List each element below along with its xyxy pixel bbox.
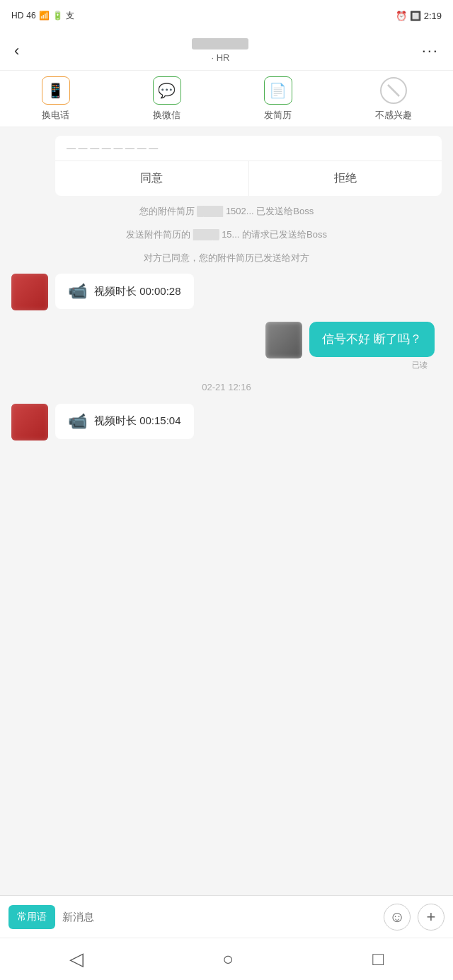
phone-icon: 📱 — [42, 76, 70, 105]
action-phone-label: 换电话 — [42, 109, 69, 122]
status-bar: HD 46 📶 🔋 支 ⏰ 🔲 2:19 — [0, 0, 453, 31]
sys-msg-3: 对方已同意，您的附件简历已发送给对方 — [40, 251, 413, 266]
video-msg-2-row: 📹 视频时长 00:15:04 — [11, 404, 442, 441]
action-wechat-label: 换微信 — [153, 109, 180, 122]
video-bubble-2[interactable]: 📹 视频时长 00:15:04 — [55, 404, 194, 439]
agree-card-actions: 同意 拒绝 — [55, 161, 442, 196]
input-bar: 常用语 ☺ + — [0, 895, 453, 938]
user-avatar — [265, 322, 302, 358]
time-display: 2:19 — [424, 11, 442, 21]
emoji-button[interactable]: ☺ — [384, 904, 411, 931]
video-bubble-2-wrap: 📹 视频时长 00:15:04 — [55, 404, 194, 439]
bottom-nav: ◁ ○ □ — [0, 938, 453, 980]
signal-icon: HD — [11, 11, 23, 21]
user-chat-bubble[interactable]: 信号不好 断了吗？ — [309, 322, 435, 357]
nav-bar: ‹ · HR ··· — [0, 31, 453, 71]
battery-icon: 🔲 — [410, 11, 421, 21]
status-left: HD 46 📶 🔋 支 — [11, 10, 74, 22]
wechat-icon: 💬 — [153, 76, 181, 105]
message-input[interactable] — [62, 911, 377, 923]
resume-icon: 📄 — [264, 76, 292, 105]
phrase-button[interactable]: 常用语 — [8, 905, 55, 929]
action-phone[interactable]: 📱 换电话 — [42, 76, 70, 122]
action-notinterested-label: 不感兴趣 — [375, 109, 412, 122]
reject-button[interactable]: 拒绝 — [249, 161, 442, 196]
action-wechat[interactable]: 💬 换微信 — [153, 76, 181, 122]
video-camera-icon-1: 📹 — [68, 282, 87, 301]
agree-reject-card: — — — — — — — — 同意 拒绝 — [55, 136, 442, 196]
chat-area: — — — — — — — — 同意 拒绝 您的附件简历 ████ 1502..… — [0, 127, 453, 764]
video-bubble-1-wrap: 📹 视频时长 00:00:28 — [55, 274, 194, 309]
nav-home-button[interactable]: ○ — [222, 948, 234, 970]
contact-subtitle: · HR — [211, 52, 229, 63]
nav-recent-button[interactable]: □ — [372, 948, 384, 970]
video-bubble-1[interactable]: 📹 视频时长 00:00:28 — [55, 274, 194, 309]
read-label: 已读 — [309, 360, 428, 371]
video-camera-icon-2: 📹 — [68, 412, 87, 431]
pay-icon: 支 — [66, 10, 74, 22]
action-resume[interactable]: 📄 发简历 — [264, 76, 292, 122]
agree-card-description: — — — — — — — — — [67, 143, 158, 153]
notinterested-icon — [379, 76, 408, 105]
action-resume-label: 发简历 — [264, 109, 292, 122]
timestamp: 02-21 12:16 — [11, 382, 442, 392]
agree-button[interactable]: 同意 — [55, 161, 249, 196]
contact-avatar-2 — [11, 404, 48, 441]
wallet-icon: 🔋 — [52, 11, 63, 21]
network-icon: 📶 — [39, 11, 50, 21]
video-duration-1: 视频时长 00:00:28 — [94, 285, 181, 298]
contact-avatar-1 — [11, 274, 48, 310]
user-bubble-wrap: 信号不好 断了吗？ 已读 — [309, 322, 435, 371]
video-msg-1-row: 📹 视频时长 00:00:28 — [11, 274, 442, 310]
video-duration-2: 视频时长 00:15:04 — [94, 414, 181, 428]
more-button[interactable]: ··· — [422, 42, 439, 60]
sys-msg-2: 发送附件简历的 ████ 15... 的请求已发送给Boss — [40, 228, 413, 243]
sys-msg-1: 您的附件简历 ████ 1502... 已发送给Boss — [40, 204, 413, 219]
back-button[interactable]: ‹ — [14, 42, 19, 60]
nav-center: · HR — [192, 38, 248, 63]
contact-name-blurred — [192, 38, 248, 49]
plus-button[interactable]: + — [418, 904, 445, 931]
nav-back-button[interactable]: ◁ — [69, 948, 84, 970]
status-right: ⏰ 🔲 2:19 — [396, 11, 442, 21]
agree-card-text: — — — — — — — — — [55, 136, 442, 161]
user-msg-row: 信号不好 断了吗？ 已读 — [11, 322, 442, 371]
svg-line-1 — [388, 85, 399, 96]
wifi-icon: 46 — [26, 11, 35, 21]
action-notinterested[interactable]: 不感兴趣 — [375, 76, 412, 122]
alarm-icon: ⏰ — [396, 11, 407, 21]
action-bar: 📱 换电话 💬 换微信 📄 发简历 不感兴趣 — [0, 71, 453, 127]
